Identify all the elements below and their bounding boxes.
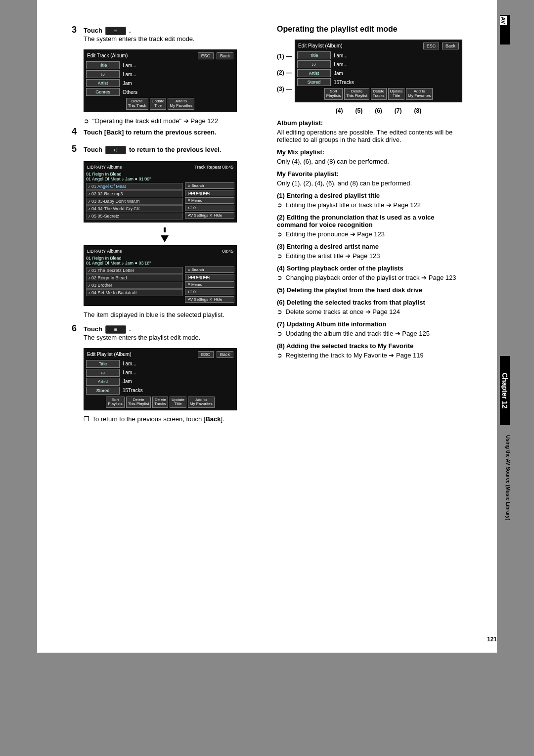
toolbar-button[interactable]: Delete This Track [126, 98, 148, 110]
esc-button[interactable]: ESC [198, 52, 214, 59]
return-note-tail: ]. [221, 415, 224, 423]
field-label[interactable]: Artist [86, 378, 120, 386]
field-row: ArtistJam [86, 378, 234, 386]
field-label[interactable]: Title [86, 61, 120, 69]
toolbar-button[interactable]: Update Title [170, 397, 186, 408]
field-label[interactable]: Stored [86, 387, 120, 395]
lib-header-right: Track Repeat 08:45 [194, 165, 233, 170]
screenshot-edit-playlist-right: Edit Playlist (Album) ESC Back TitleI am… [295, 40, 462, 102]
shot-title: Edit Playlist (Album) [298, 43, 342, 48]
left-column: 3 Touch ≡ . The system enters the track … [72, 25, 257, 425]
back-button[interactable]: Back [217, 351, 233, 358]
toolbar-button[interactable]: Delete This Playlist [344, 88, 369, 100]
pointer-icon: ➲ [84, 117, 90, 125]
field-label[interactable]: Artist [297, 69, 331, 77]
field-row: Stored15Tracks [297, 78, 460, 86]
field-row: TitleI am... [86, 360, 234, 368]
control-button[interactable]: |◀◀ ▶/|| ▶▶| [185, 274, 234, 280]
playlist-row[interactable]: ♪ 02 02-Rise.mp3 [86, 190, 183, 197]
playlist-row[interactable]: ♪ 03 03-Baby Don't War.m [86, 198, 183, 205]
item-heading: (6) Deleting the selected tracks from th… [277, 299, 462, 306]
toolbar-button[interactable]: Delete Tracks [371, 88, 387, 100]
field-value: I am... [123, 361, 136, 366]
control-button[interactable]: ≡ Memo [185, 197, 234, 204]
field-row: Stored15Tracks [86, 387, 234, 395]
return-note-bold: Back [205, 415, 221, 423]
pointer-icon: ➲ [277, 274, 284, 281]
step-3-suffix: . [129, 27, 131, 34]
reference-op-track: ➲ "Operating the track edit mode" ➔ Page… [84, 117, 257, 125]
field-label[interactable]: ♪♪ [86, 70, 120, 78]
toolbar-button[interactable]: Add to My Favorites [188, 397, 215, 408]
control-button[interactable]: AV Settings ⨯ Hide [185, 296, 234, 303]
toolbar-button[interactable]: Delete This Playlist [126, 397, 151, 408]
toolbar-button[interactable]: Delete Tracks [152, 397, 168, 408]
toolbar-button[interactable]: Add to My Favorites [168, 98, 194, 110]
field-value: I am... [334, 62, 348, 67]
field-row: GenresOthers [86, 88, 234, 96]
field-value: Jam [123, 379, 132, 384]
box-icon: ❐ [84, 415, 90, 423]
control-button[interactable]: ≡ Memo [185, 281, 234, 288]
myfav-head: My Favorite playlist: [277, 170, 462, 178]
esc-button[interactable]: ESC [198, 351, 214, 358]
toolbar-button[interactable]: Update Title [150, 98, 167, 110]
mymix-head: My Mix playlist: [277, 148, 462, 156]
lib-header-left: LIBRARY Albums [87, 165, 122, 170]
pointer-icon: ➲ [277, 352, 284, 359]
field-row: ♪♪I am... [297, 60, 460, 68]
playlist-row[interactable]: ♪ 01 Angel Of Meat [86, 183, 183, 190]
lib-header-right: 08:45 [222, 249, 233, 254]
field-value: Others [123, 89, 137, 95]
field-row: ArtistJam [86, 79, 234, 87]
step-number: 3 [72, 25, 81, 35]
control-button[interactable]: ⮍ ⟳ [185, 205, 234, 211]
field-row: ArtistJam [297, 69, 460, 77]
field-label[interactable]: Stored [297, 78, 331, 86]
back-button[interactable]: Back [442, 43, 459, 49]
playlist-row[interactable]: ♪ 02 Reign In Blead [86, 274, 183, 281]
playlist-row[interactable]: ♪ 05 05-Secretz [86, 213, 183, 220]
field-label[interactable]: Artist [86, 79, 120, 87]
item-heading: (2) Editing the pronunciation that is us… [277, 214, 462, 228]
playlist-row[interactable]: ♪ 04 04-The World Cry.CK [86, 205, 183, 212]
field-value: Jam [334, 71, 343, 76]
field-row: TitleI am... [297, 51, 460, 59]
item-reference: ➲ Changing playback order of the playlis… [277, 274, 462, 281]
playlist-row[interactable]: ♪ 04 Set Me In Backdraft [86, 289, 183, 296]
field-label[interactable]: Title [297, 51, 331, 59]
right-column: Operating the playlist edit mode (1) —(2… [277, 25, 462, 425]
callout-number: (4) [336, 107, 343, 114]
field-label[interactable]: Title [86, 360, 120, 368]
lib-header-left: LIBRARY Albums [87, 249, 122, 254]
field-label[interactable]: Genres [86, 88, 120, 96]
list-icon: ≡ [105, 27, 126, 35]
control-button[interactable]: ⌕ Search [185, 267, 234, 273]
toolbar-button[interactable]: Add to My Favorites [406, 88, 433, 100]
control-button[interactable]: |◀◀ ▶/|| ▶▶| [185, 190, 234, 196]
step-6-suffix: . [129, 325, 131, 333]
pointer-icon: ➲ [277, 308, 284, 315]
screenshot-edit-playlist: Edit Playlist (Album) ESC Back TitleI am… [84, 348, 237, 411]
step-3-desc: The system enters the track edit mode. [84, 35, 257, 43]
album-playlist-text: All editing operations are possible. The… [277, 129, 462, 143]
shot1-title: Edit Track (Album) [87, 53, 128, 58]
now-playing-line: 01 Angel Of Meat ♪ Jam ● 01'09" [86, 177, 234, 181]
toolbar-button[interactable]: Update Title [388, 88, 405, 100]
step-number: 4 [72, 127, 81, 137]
toolbar-button[interactable]: Sort Playlists [106, 397, 124, 408]
control-button[interactable]: ⮍ ⟳ [185, 289, 234, 295]
field-label[interactable]: ♪♪ [297, 60, 331, 68]
shot4-title: Edit Playlist (Album) [87, 352, 131, 357]
esc-button[interactable]: ESC [423, 43, 440, 49]
control-button[interactable]: AV Settings ⨯ Hide [185, 212, 234, 219]
field-label[interactable]: ♪♪ [86, 369, 120, 377]
step-3: 3 Touch ≡ . The system enters the track … [72, 25, 257, 43]
back-button[interactable]: Back [217, 52, 233, 59]
playlist-row[interactable]: ♪ 03 Brother [86, 282, 183, 289]
field-value: 15Tracks [123, 388, 143, 393]
playlist-row[interactable]: ♪ 01 The Secretz Letter [86, 267, 183, 274]
control-button[interactable]: ⌕ Search [185, 182, 234, 189]
field-row: ♪♪I am... [86, 369, 234, 377]
toolbar-button[interactable]: Sort Playlists [324, 88, 343, 100]
